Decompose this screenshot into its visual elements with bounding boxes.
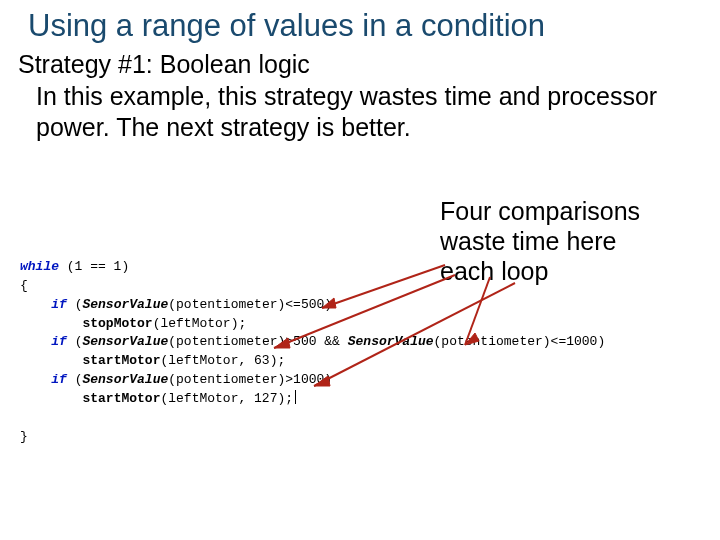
arrow-icon: [300, 278, 520, 398]
body-paragraph: In this example, this strategy wastes ti…: [36, 81, 692, 144]
start-args: (leftMotor, 127);: [160, 391, 293, 406]
paren: (: [67, 334, 83, 349]
kw-if: if: [51, 334, 67, 349]
svg-marker-7: [314, 376, 330, 386]
slide-title: Using a range of values in a condition: [28, 8, 720, 44]
close-brace: }: [20, 429, 28, 444]
kw-if: if: [51, 372, 67, 387]
stop-fn: stopMotor: [82, 316, 152, 331]
start-fn: startMotor: [82, 353, 160, 368]
stop-args: (leftMotor);: [153, 316, 247, 331]
text-cursor: [295, 390, 296, 404]
kw-if: if: [51, 297, 67, 312]
kw-while: while: [20, 259, 59, 274]
cmp: <=1000): [551, 334, 606, 349]
callout-line: Four comparisons: [440, 196, 700, 226]
sensor-fn: SensorValue: [82, 372, 168, 387]
paren: (: [67, 297, 83, 312]
sensor-fn: SensorValue: [82, 297, 168, 312]
while-cond: (1 == 1): [59, 259, 129, 274]
pot-arg: (potentiometer): [168, 372, 285, 387]
svg-line-6: [314, 283, 515, 386]
start-fn: startMotor: [82, 391, 160, 406]
callout-line: waste time here: [440, 226, 700, 256]
svg-marker-3: [274, 338, 290, 348]
paren: (: [67, 372, 83, 387]
sensor-fn: SensorValue: [82, 334, 168, 349]
open-brace: {: [20, 278, 28, 293]
strategy-subhead: Strategy #1: Boolean logic: [18, 50, 720, 79]
